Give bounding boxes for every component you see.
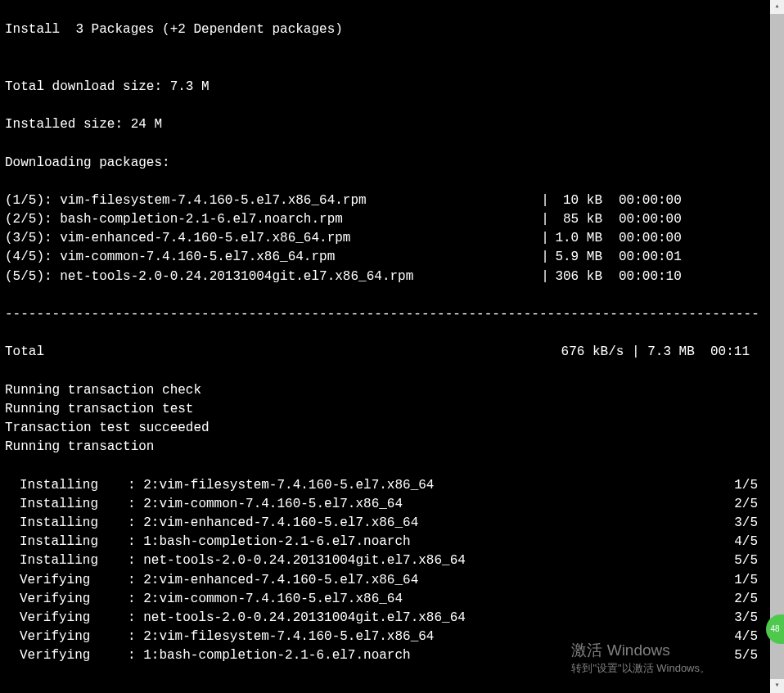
tx-package: : 2:vim-common-7.4.160-5.el7.x86_64 — [128, 495, 734, 514]
tx-count: 4/5 — [734, 533, 774, 551]
tx-action: Installing — [5, 533, 128, 551]
total-download-size: Total download size: 7.3 M — [5, 78, 774, 97]
download-size: 1.0 MB — [553, 229, 619, 248]
tx-count: 5/5 — [734, 551, 774, 570]
tx-action: Installing — [5, 476, 128, 495]
total-row: Total 676 kB/s | 7.3 MB 00:11 — [5, 343, 774, 362]
tx-action: Verifying — [5, 646, 128, 665]
downloading-header: Downloading packages: — [5, 154, 774, 173]
download-separator: | — [537, 210, 553, 229]
download-time: 00:00:00 — [619, 191, 682, 210]
scroll-up-button[interactable]: ▴ — [770, 0, 784, 14]
download-size: 306 kB — [553, 268, 619, 286]
tx-action: Installing — [5, 551, 128, 570]
tx-package: : 2:vim-filesystem-7.4.160-5.el7.x86_64 — [128, 628, 734, 646]
transaction-step: Installing : 1:bash-completion-2.1-6.el7… — [5, 533, 774, 551]
tx-action: Verifying — [5, 571, 128, 590]
tx-action: Verifying — [5, 609, 128, 628]
scroll-thumb[interactable] — [770, 14, 784, 679]
install-summary: Install 3 Packages (+2 Dependent package… — [5, 20, 774, 39]
transaction-step: Verifying : 1:bash-completion-2.1-6.el7.… — [5, 646, 774, 665]
tx-action: Installing — [5, 514, 128, 533]
tx-package: : net-tools-2.0-0.24.20131004git.el7.x86… — [128, 609, 734, 628]
download-separator: | — [537, 248, 553, 267]
tx-package: : 2:vim-filesystem-7.4.160-5.el7.x86_64 — [128, 476, 734, 495]
tx-count: 3/5 — [734, 514, 774, 533]
download-name: (2/5): bash-completion-2.1-6.el7.noarch.… — [5, 210, 537, 229]
tx-package: : net-tools-2.0-0.24.20131004git.el7.x86… — [128, 551, 734, 570]
download-separator: | — [537, 268, 553, 286]
download-separator: | — [537, 229, 553, 248]
transaction-step: Installing : 2:vim-common-7.4.160-5.el7.… — [5, 495, 774, 514]
tx-count: 1/5 — [734, 571, 774, 590]
download-size: 10 kB — [553, 191, 619, 210]
terminal-output[interactable]: Install 3 Packages (+2 Dependent package… — [5, 2, 774, 693]
transaction-status: Transaction test succeeded — [5, 419, 774, 438]
separator-line: ----------------------------------------… — [5, 305, 758, 324]
download-time: 00:00:00 — [619, 210, 682, 229]
transaction-step: Installing : 2:vim-filesystem-7.4.160-5.… — [5, 476, 774, 495]
tx-package: : 2:vim-enhanced-7.4.160-5.el7.x86_64 — [128, 571, 734, 590]
download-name: (4/5): vim-common-7.4.160-5.el7.x86_64.r… — [5, 248, 537, 267]
blank-line — [5, 685, 774, 693]
transaction-step: Installing : net-tools-2.0-0.24.20131004… — [5, 551, 774, 570]
download-row: (1/5): vim-filesystem-7.4.160-5.el7.x86_… — [5, 191, 774, 210]
download-time: 00:00:10 — [619, 268, 682, 286]
transaction-step: Verifying : net-tools-2.0-0.24.20131004g… — [5, 609, 774, 628]
transaction-status: Running transaction — [5, 438, 774, 457]
scroll-track[interactable] — [770, 14, 784, 679]
transaction-step: Installing : 2:vim-enhanced-7.4.160-5.el… — [5, 514, 774, 533]
tx-package: : 2:vim-common-7.4.160-5.el7.x86_64 — [128, 590, 734, 609]
download-separator: | — [537, 191, 553, 210]
tx-action: Verifying — [5, 628, 128, 646]
transaction-step: Verifying : 2:vim-common-7.4.160-5.el7.x… — [5, 590, 774, 609]
download-row: (2/5): bash-completion-2.1-6.el7.noarch.… — [5, 210, 774, 229]
download-name: (5/5): net-tools-2.0-0.24.20131004git.el… — [5, 268, 537, 286]
tx-package: : 1:bash-completion-2.1-6.el7.noarch — [128, 533, 734, 551]
transaction-status: Running transaction check — [5, 381, 774, 400]
tx-package: : 1:bash-completion-2.1-6.el7.noarch — [128, 646, 734, 665]
download-time: 00:00:01 — [619, 248, 682, 267]
vertical-scrollbar[interactable]: ▴ ▾ — [770, 0, 784, 693]
download-size: 5.9 MB — [553, 248, 619, 267]
download-row: (5/5): net-tools-2.0-0.24.20131004git.el… — [5, 268, 774, 286]
download-row: (3/5): vim-enhanced-7.4.160-5.el7.x86_64… — [5, 229, 774, 248]
download-row: (4/5): vim-common-7.4.160-5.el7.x86_64.r… — [5, 248, 774, 267]
tx-package: : 2:vim-enhanced-7.4.160-5.el7.x86_64 — [128, 514, 734, 533]
tx-count: 2/5 — [734, 590, 774, 609]
tx-count: 1/5 — [734, 476, 774, 495]
tx-action: Installing — [5, 495, 128, 514]
transaction-step: Verifying : 2:vim-enhanced-7.4.160-5.el7… — [5, 571, 774, 590]
download-time: 00:00:00 — [619, 229, 682, 248]
tx-count: 5/5 — [734, 646, 774, 665]
download-name: (3/5): vim-enhanced-7.4.160-5.el7.x86_64… — [5, 229, 537, 248]
transaction-step: Verifying : 2:vim-filesystem-7.4.160-5.e… — [5, 628, 774, 646]
total-stats: 676 kB/s | 7.3 MB 00:11 — [561, 343, 774, 362]
scroll-down-button[interactable]: ▾ — [770, 679, 784, 693]
tx-action: Verifying — [5, 590, 128, 609]
tx-count: 2/5 — [734, 495, 774, 514]
download-name: (1/5): vim-filesystem-7.4.160-5.el7.x86_… — [5, 191, 537, 210]
transaction-status: Running transaction test — [5, 400, 774, 419]
installed-size: Installed size: 24 M — [5, 115, 774, 134]
download-size: 85 kB — [553, 210, 619, 229]
badge-count: 48 — [770, 623, 779, 636]
total-label: Total — [5, 343, 44, 362]
